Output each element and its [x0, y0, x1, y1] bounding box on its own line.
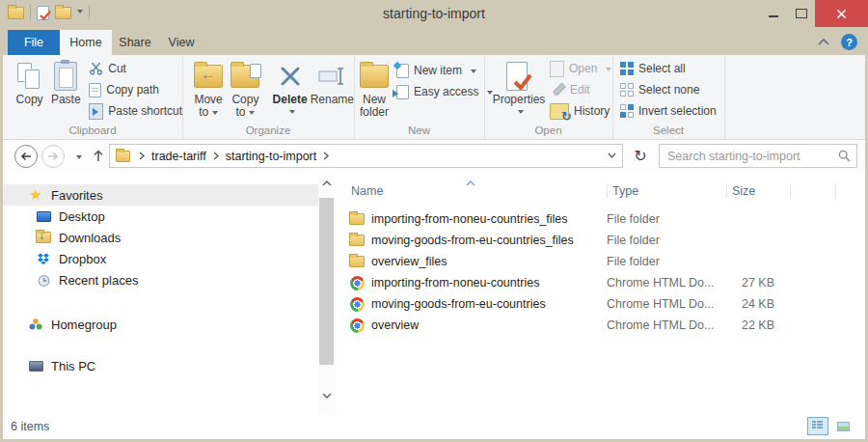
column-header-name[interactable]: Name [351, 184, 608, 198]
file-row[interactable]: moving-goods-from-eu-countries Chrome HT… [336, 293, 865, 315]
new-folder-button[interactable]: New folder [360, 58, 389, 119]
navigation-pane: ★ Favorites Desktop ↓ Downloads Dropbox … [3, 173, 318, 415]
copy-button[interactable]: Copy [13, 58, 46, 122]
copy-path-button[interactable]: Copy path [89, 79, 182, 100]
organize-group-label: Organize [182, 124, 354, 136]
scroll-up-icon[interactable] [318, 175, 336, 191]
main-pane: ★ Favorites Desktop ↓ Downloads Dropbox … [3, 173, 865, 415]
dropdown-arrow-icon [212, 111, 218, 118]
file-row[interactable]: importing-from-noneu-countries_files Fil… [336, 208, 865, 230]
properties-icon [506, 59, 531, 94]
sidebar-item-homegroup[interactable]: Homegroup [3, 314, 318, 335]
scrollbar-thumb[interactable] [319, 198, 334, 365]
ribbon-group-organize: ← Move to Copy to Delete Rename Organize [182, 55, 355, 139]
file-row[interactable]: overview Chrome HTML Do... 22 KB [336, 315, 865, 336]
file-row[interactable]: overview_files File folder [336, 251, 865, 272]
search-icon[interactable] [838, 150, 851, 162]
file-row[interactable]: moving-goods-from-eu-countries_files Fil… [336, 230, 865, 251]
rename-icon [318, 59, 345, 94]
move-to-icon: ← [194, 59, 223, 94]
file-row[interactable]: importing-from-noneu-countries Chrome HT… [336, 272, 865, 293]
invert-selection-icon [620, 104, 634, 118]
copy-to-label2: to [235, 105, 245, 119]
address-dropdown-icon[interactable] [608, 152, 616, 158]
delete-button[interactable]: Delete [270, 58, 311, 119]
cut-button[interactable]: Cut [89, 58, 182, 79]
sidebar-item-label: Homegroup [51, 318, 117, 332]
back-icon [20, 152, 32, 161]
downloads-icon: ↓ [35, 232, 52, 243]
dropdown-arrow-icon [606, 68, 611, 74]
paste-shortcut-button[interactable]: Paste shortcut [89, 100, 182, 122]
explorer-window: { "window": { "title": "starting-to-impo… [0, 0, 868, 442]
column-header-type[interactable]: Type [608, 184, 727, 198]
easy-access-icon [396, 85, 409, 99]
breadcrumb-chevron-icon[interactable] [139, 152, 145, 160]
select-none-button[interactable]: Select none [620, 79, 717, 100]
properties-label: Properties [493, 94, 546, 106]
ribbon-tab-strip: File Home Share View ? [3, 30, 865, 55]
open-label: Open [569, 62, 597, 75]
move-to-label2: to [199, 105, 208, 119]
file-size: 22 KB [724, 318, 774, 332]
rename-button[interactable]: Rename [311, 58, 354, 119]
details-view-button[interactable] [807, 417, 828, 435]
sidebar-scrollbar[interactable] [318, 173, 336, 415]
forward-button[interactable] [41, 145, 65, 168]
easy-access-label: Easy access [414, 85, 478, 98]
breadcrumb-item-starting-to-import[interactable]: starting-to-import [222, 150, 320, 163]
paste-button[interactable]: Paste [50, 58, 81, 122]
breadcrumb-chevron-icon[interactable] [213, 152, 219, 160]
tab-home-label: Home [69, 36, 101, 49]
sidebar-item-label: Desktop [59, 209, 105, 224]
history-button[interactable]: ↻ History [550, 100, 611, 122]
clipboard-group-label: Clipboard [3, 124, 182, 136]
sort-ascending-icon [466, 180, 475, 186]
scroll-down-icon[interactable] [318, 387, 336, 403]
sidebar-item-label: Favorites [51, 188, 102, 203]
thumbnails-view-button[interactable] [832, 417, 854, 435]
search-input[interactable] [665, 149, 838, 164]
new-item-label: New item [414, 64, 462, 77]
delete-icon [279, 59, 302, 94]
refresh-button[interactable]: ↻ [629, 144, 652, 168]
properties-button[interactable]: Properties [492, 58, 546, 122]
sidebar-item-dropbox[interactable]: Dropbox [3, 248, 318, 269]
file-name: overview [371, 318, 607, 332]
sidebar-item-downloads[interactable]: ↓ Downloads [3, 227, 318, 248]
sidebar-item-favorites[interactable]: ★ Favorites [3, 184, 318, 206]
folder-icon [349, 256, 365, 267]
rename-label: Rename [311, 94, 354, 106]
collapse-ribbon-icon[interactable] [818, 39, 829, 45]
help-icon[interactable]: ? [841, 34, 857, 50]
tab-home[interactable]: Home [60, 30, 112, 55]
sidebar-item-this-pc[interactable]: This PC [3, 355, 318, 376]
breadcrumb[interactable]: trade-tariff starting-to-import [109, 144, 623, 168]
paste-label: Paste [51, 94, 81, 106]
new-item-button[interactable]: New item [396, 60, 493, 81]
select-all-button[interactable]: Select all [620, 58, 717, 79]
close-button[interactable] [815, 0, 868, 27]
column-header-size[interactable]: Size [727, 184, 791, 198]
recent-locations-dropdown-icon[interactable] [76, 155, 82, 162]
sidebar-item-desktop[interactable]: Desktop [3, 206, 318, 227]
copy-icon [16, 59, 43, 94]
minimize-button[interactable] [759, 0, 787, 27]
back-button[interactable] [14, 145, 38, 168]
up-button[interactable] [93, 150, 104, 162]
column-header-blank [791, 183, 836, 199]
move-to-button[interactable]: ← Move to [190, 58, 227, 119]
tab-share[interactable]: Share [112, 30, 158, 55]
maximize-button[interactable] [787, 0, 815, 27]
invert-selection-button[interactable]: Invert selection [620, 100, 717, 122]
file-list: Name Type Size importing-from-noneu-coun… [336, 173, 865, 415]
copy-to-button[interactable]: Copy to [227, 58, 263, 119]
easy-access-button[interactable]: Easy access [396, 81, 493, 102]
sidebar-item-recent-places[interactable]: Recent places [3, 269, 318, 290]
history-label: History [574, 104, 610, 118]
breadcrumb-item-trade-tariff[interactable]: trade-tariff [148, 150, 210, 163]
tab-file[interactable]: File [8, 30, 60, 55]
maximize-icon [796, 9, 807, 18]
breadcrumb-chevron-icon[interactable] [323, 152, 329, 160]
tab-view[interactable]: View [158, 30, 204, 55]
